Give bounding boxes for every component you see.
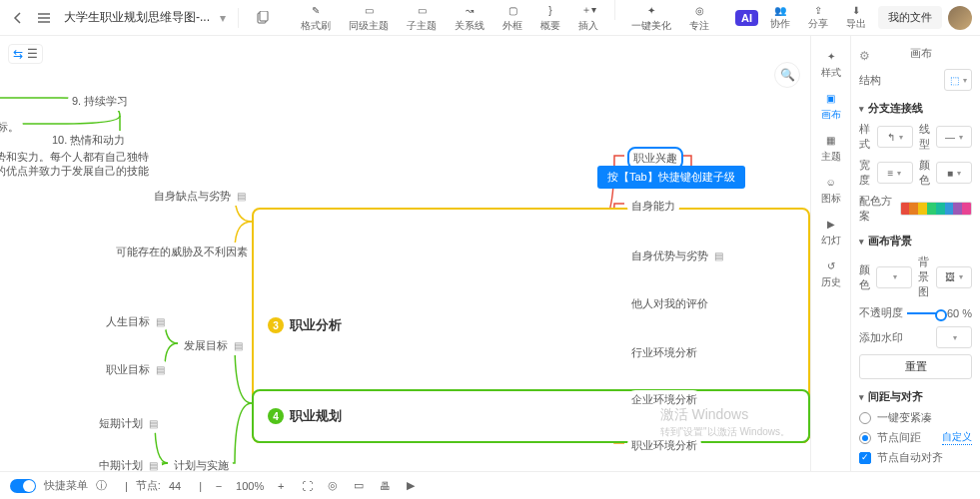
leaf-industry[interactable]: 行业环境分析 [627, 343, 701, 362]
vtool-theme[interactable]: ▦主题 [813, 128, 849, 168]
note-icon[interactable]: ▤ [237, 191, 246, 202]
leaf-short-plan[interactable]: 短期计划▤ [95, 414, 162, 433]
export-tool[interactable]: ⬇导出 [840, 3, 872, 33]
leaf-mid-plan[interactable]: 中期计划▤ [95, 456, 162, 471]
leaf-advantage[interactable]: 自身优势与劣势▤ [627, 247, 727, 265]
my-files-button[interactable]: 我的文件 [878, 6, 942, 29]
connector-width-select[interactable]: ≡ [877, 162, 913, 184]
relation-tool[interactable]: ↝关系线 [447, 0, 492, 35]
canvas[interactable]: ⇆ ☰ 🔍 [0, 36, 810, 471]
note-icon[interactable]: ▤ [714, 250, 723, 261]
note-icon[interactable]: ▤ [156, 364, 165, 375]
section-background[interactable]: 画布背景 [859, 234, 972, 249]
leaf-career-goal[interactable]: 职业目标▤ [102, 360, 169, 379]
location-icon[interactable]: ◎ [324, 477, 342, 495]
custom-link[interactable]: 自定义 [942, 430, 972, 445]
search-button[interactable]: 🔍 [774, 62, 800, 88]
zoom-out[interactable]: − [210, 477, 228, 495]
svg-rect-1 [260, 11, 268, 21]
menu-icon[interactable] [34, 8, 54, 28]
quickmenu-label: 快捷菜单 [44, 478, 88, 493]
panel-title: 画布 [910, 42, 932, 69]
leaf-others[interactable]: 他人对我的评价 [627, 294, 712, 313]
leaf-plan-impl[interactable]: 计划与实施 [170, 456, 233, 471]
print-icon[interactable]: 🖶 [376, 477, 394, 495]
page-icon[interactable]: ▭ [350, 477, 368, 495]
main-node-4[interactable]: 4职业规划 [252, 389, 810, 443]
leaf-company[interactable]: 企业环境分析 [627, 390, 701, 409]
radio-spacing[interactable] [859, 432, 871, 444]
connector-linetype-select[interactable]: — [936, 126, 972, 148]
share-tool[interactable]: ⇪分享 [802, 3, 834, 33]
vtool-style[interactable]: ✦样式 [813, 44, 849, 84]
fit-icon[interactable]: ⛶ [298, 477, 316, 495]
avatar[interactable] [948, 6, 972, 30]
leaf-factors[interactable]: 可能存在的威胁及不利因素 [112, 243, 252, 261]
connector-style-select[interactable]: ↰ [877, 126, 913, 148]
tab-hint: 按【Tab】快捷键创建子级 [597, 166, 745, 189]
zoom-value: 100% [236, 480, 264, 492]
vtool-canvas[interactable]: ▣画布 [813, 86, 849, 126]
note-icon[interactable]: ▤ [156, 316, 165, 327]
focus-tool[interactable]: ◎专注 [681, 0, 717, 35]
outline-tool[interactable]: ▢外框 [494, 0, 530, 35]
chevron-down-icon[interactable]: ▾ [220, 11, 226, 25]
collab-tool[interactable]: 👥协作 [764, 3, 796, 33]
beautify-tool[interactable]: ✦一键美化 [623, 0, 679, 35]
watermark-select[interactable] [936, 326, 972, 348]
section-connector[interactable]: 分支连接线 [859, 101, 972, 116]
vtool-icon[interactable]: ☺图标 [813, 170, 849, 210]
quickmenu-toggle[interactable] [10, 479, 36, 493]
leaf-keep-learning[interactable]: 9. 持续学习 [68, 92, 132, 111]
side-toggle[interactable]: ⇆ ☰ [8, 44, 43, 64]
panel-settings-icon[interactable]: ⚙ [859, 49, 870, 63]
leaf-ability[interactable]: 自身能力 [627, 197, 679, 216]
vtool-slide[interactable]: ▶幻灯 [813, 212, 849, 251]
connector-color-select[interactable]: ■ [936, 162, 972, 184]
note-icon[interactable]: ▤ [149, 418, 158, 429]
child-topic-tool[interactable]: ▭子主题 [399, 0, 445, 35]
document-title: 大学生职业规划思维导图-... [64, 9, 210, 26]
leaf-cut1[interactable]: 目标。 [0, 118, 23, 137]
share-icon[interactable]: ⇆ [13, 47, 23, 61]
bg-color-select[interactable] [876, 266, 912, 288]
duplicate-icon[interactable] [251, 6, 275, 30]
summary-tool[interactable]: }概要 [532, 0, 568, 35]
check-auto-align[interactable] [859, 452, 871, 464]
leaf-job-env[interactable]: 职业环境分析 [627, 436, 701, 455]
opacity-slider[interactable] [907, 312, 943, 314]
zoom-in[interactable]: + [272, 477, 290, 495]
leaf-cut3[interactable]: 己的优点并致力于发展自己的技能 [0, 162, 153, 181]
divider [238, 8, 239, 28]
divider [614, 0, 615, 20]
bg-image-select[interactable]: 🖼 [936, 266, 972, 288]
present-icon[interactable]: ▶ [402, 477, 420, 495]
leaf-self-weak[interactable]: 自身缺点与劣势▤ [150, 187, 250, 206]
outline-list-icon[interactable]: ☰ [27, 47, 38, 61]
leaf-life-goal[interactable]: 人生目标▤ [102, 312, 169, 331]
note-icon[interactable]: ▤ [149, 460, 158, 471]
palette-strip[interactable] [900, 202, 972, 216]
structure-label: 结构 [859, 73, 881, 88]
radio-compact[interactable] [859, 412, 871, 424]
sibling-topic-tool[interactable]: ▭同级主题 [341, 0, 397, 35]
vtool-history[interactable]: ↺历史 [813, 253, 849, 293]
format-brush-tool[interactable]: ✎格式刷 [293, 0, 339, 35]
back-button[interactable] [8, 8, 28, 28]
insert-tool[interactable]: ＋▾插入 [570, 0, 606, 35]
note-icon[interactable]: ▤ [234, 340, 243, 351]
leaf-dev-goal[interactable]: 发展目标▤ [180, 336, 247, 355]
section-align[interactable]: 间距与对齐 [859, 389, 972, 404]
structure-select[interactable]: ⬚ [944, 69, 972, 91]
ai-badge[interactable]: AI [735, 10, 758, 26]
reset-button[interactable]: 重置 [859, 354, 972, 379]
